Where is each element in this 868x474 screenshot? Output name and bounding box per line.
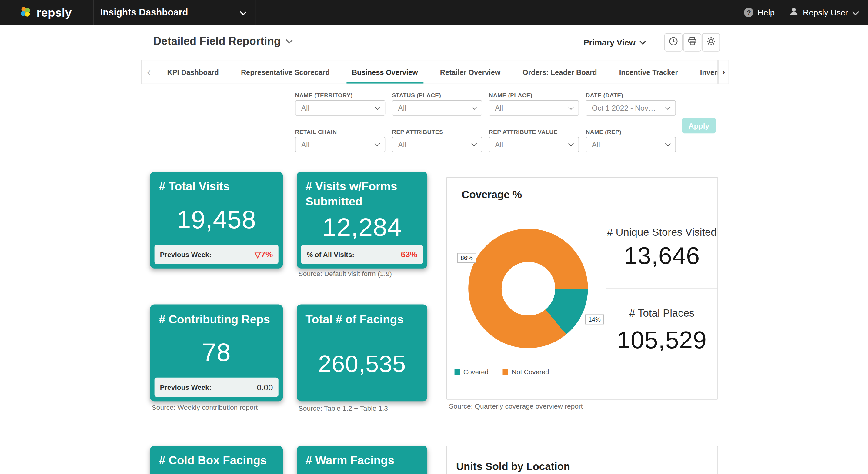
user-menu[interactable]: Repsly User bbox=[789, 7, 858, 18]
help-button[interactable]: ? Help bbox=[744, 8, 775, 17]
filter-select-territory[interactable]: All bbox=[295, 100, 385, 116]
help-label: Help bbox=[758, 8, 775, 17]
apply-button[interactable]: Apply bbox=[682, 118, 716, 133]
topbar: repsly Insights Dashboard ? Help Repsly … bbox=[0, 0, 868, 25]
filter-value: All bbox=[398, 140, 469, 149]
kpi-card-contributing-reps: # Contributing Reps 78 Previous Week: 0.… bbox=[150, 305, 283, 402]
repsly-pinwheel-icon bbox=[19, 5, 32, 20]
filter-select-date-range[interactable]: Oct 1 2022 - Nov… bbox=[586, 100, 676, 116]
kpi-value: 19,458 bbox=[150, 194, 283, 245]
chevron-down-icon bbox=[471, 141, 477, 147]
app-title: Insights Dashboard bbox=[100, 7, 188, 18]
kpi-card-total-facings: Total # of Facings 260,535 bbox=[297, 305, 427, 402]
user-label: Repsly User bbox=[803, 8, 848, 17]
filter-label-name-rep: NAME (REP) bbox=[586, 128, 621, 135]
kpi-title: # Total Visits bbox=[150, 171, 283, 194]
tab-scroll-right[interactable]: › bbox=[718, 60, 729, 84]
filter-select-name-rep[interactable]: All bbox=[586, 137, 676, 152]
filter-value: All bbox=[495, 140, 566, 149]
tab-inventory-management-tracker[interactable]: Inventory Management Tracker bbox=[689, 60, 718, 84]
tab-strip: ‹ KPI Dashboard Representative Scorecard… bbox=[141, 60, 718, 84]
filter-label-name-place: NAME (PLACE) bbox=[489, 92, 532, 98]
kpi-footer: % of All Visits: 63% bbox=[301, 245, 423, 264]
topbar-right: ? Help Repsly User bbox=[744, 0, 868, 25]
filter-label-territory: NAME (TERRITORY) bbox=[295, 92, 353, 98]
filter-select-status-place[interactable]: All bbox=[392, 100, 482, 116]
source-note: Source: Weekly contribution report bbox=[152, 404, 258, 412]
help-icon: ? bbox=[744, 8, 754, 17]
chevron-down-icon bbox=[375, 141, 380, 147]
user-icon bbox=[789, 7, 799, 18]
kpi-footer-value: 0.00 bbox=[257, 382, 273, 392]
insights-dashboard: repsly Insights Dashboard ? Help Repsly … bbox=[0, 0, 868, 474]
filter-select-name-place[interactable]: All bbox=[489, 100, 579, 116]
tab-representative-scorecard[interactable]: Representative Scorecard bbox=[230, 60, 341, 84]
legend-label: Covered bbox=[463, 368, 489, 376]
print-button[interactable] bbox=[683, 33, 701, 52]
coverage-donut-chart[interactable] bbox=[468, 228, 588, 348]
kpi-title: Total # of Facings bbox=[297, 305, 427, 327]
chevron-down-icon bbox=[852, 8, 859, 15]
filter-value: All bbox=[592, 140, 663, 149]
view-selector[interactable]: Primary View bbox=[583, 38, 645, 47]
kpi-value: 260,535 bbox=[297, 327, 427, 401]
tab-retailer-overview[interactable]: Retailer Overview bbox=[429, 60, 511, 84]
filter-value: All bbox=[398, 104, 469, 112]
toolbar bbox=[664, 33, 720, 52]
filter-select-retail-chain[interactable]: All bbox=[295, 137, 385, 152]
gear-icon bbox=[707, 37, 716, 48]
kpi-footer-label: % of All Visits: bbox=[307, 251, 354, 258]
brand-name: repsly bbox=[37, 6, 72, 19]
chevron-down-icon bbox=[240, 8, 247, 15]
history-icon bbox=[669, 37, 678, 48]
kpi-card-total-visits: # Total Visits 19,458 Previous Week: ▽7% bbox=[150, 171, 283, 268]
unique-stores-label: # Unique Stores Visited bbox=[606, 226, 717, 239]
units-sold-panel: Units Sold by Location bbox=[446, 445, 718, 474]
topbar-divider bbox=[256, 0, 256, 25]
kpi-title: # Visits w/Forms Submitted bbox=[297, 171, 427, 209]
total-places-value: 105,529 bbox=[606, 326, 717, 354]
kpi-title: # Cold Box Facings bbox=[150, 445, 283, 468]
kpi-footer: Previous Week: 0.00 bbox=[155, 378, 279, 397]
kpi-card-warm-facings: # Warm Facings bbox=[297, 445, 427, 474]
filter-value: All bbox=[495, 104, 566, 112]
legend-item-covered[interactable]: Covered bbox=[455, 368, 489, 376]
chevron-down-icon bbox=[665, 104, 671, 110]
print-icon bbox=[688, 37, 697, 48]
filter-value: All bbox=[301, 140, 372, 149]
legend-item-not-covered[interactable]: Not Covered bbox=[503, 368, 549, 376]
kpi-footer-label: Previous Week: bbox=[160, 383, 212, 391]
legend-swatch-covered bbox=[455, 369, 460, 375]
kpi-footer-value: 63% bbox=[401, 250, 417, 259]
filter-label-retail-chain: RETAIL CHAIN bbox=[295, 128, 337, 135]
units-sold-title: Units Sold by Location bbox=[456, 461, 570, 473]
tab-scroll-left[interactable]: ‹ bbox=[142, 60, 156, 84]
chevron-down-icon bbox=[568, 141, 574, 147]
tab-kpi-dashboard[interactable]: KPI Dashboard bbox=[156, 60, 230, 84]
tab-incentive-tracker[interactable]: Incentive Tracker bbox=[608, 60, 689, 84]
tab-business-overview[interactable]: Business Overview bbox=[341, 60, 429, 84]
filter-value: Oct 1 2022 - Nov… bbox=[592, 104, 663, 112]
app-switcher-dropdown[interactable]: Insights Dashboard bbox=[94, 0, 256, 25]
tab-orders-leader-board[interactable]: Orders: Leader Board bbox=[512, 60, 608, 84]
donut-label-covered: 14% bbox=[585, 314, 604, 324]
filter-select-rep-attribute-value[interactable]: All bbox=[489, 137, 579, 152]
kpi-footer: Previous Week: ▽7% bbox=[155, 245, 279, 264]
filter-label-rep-attribute-value: REP ATTRIBUTE VALUE bbox=[489, 128, 558, 135]
chevron-down-icon bbox=[568, 104, 574, 110]
settings-button[interactable] bbox=[702, 33, 720, 52]
report-title-dropdown[interactable]: Detailed Field Reporting bbox=[153, 35, 292, 48]
kpi-value: 78 bbox=[150, 327, 283, 377]
legend-swatch-not-covered bbox=[503, 369, 508, 375]
chevron-down-icon bbox=[375, 104, 380, 110]
history-button[interactable] bbox=[664, 33, 683, 52]
brand-logo[interactable]: repsly bbox=[19, 0, 72, 25]
kpi-value: 12,284 bbox=[297, 209, 427, 245]
stats-divider bbox=[606, 288, 717, 289]
chevron-down-icon bbox=[640, 38, 646, 45]
source-note: Source: Quarterly coverage overview repo… bbox=[449, 403, 583, 410]
coverage-stats: # Unique Stores Visited 13,646 # Total P… bbox=[606, 178, 717, 399]
filter-value: All bbox=[301, 104, 372, 112]
chevron-down-icon bbox=[471, 104, 477, 110]
filter-select-rep-attributes[interactable]: All bbox=[392, 137, 482, 152]
